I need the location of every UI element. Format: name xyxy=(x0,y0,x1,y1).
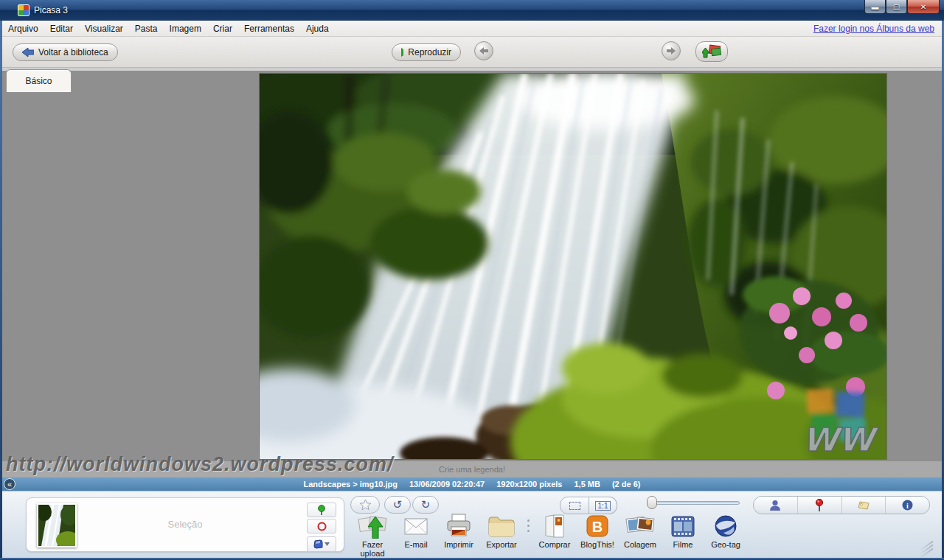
person-icon xyxy=(769,500,781,511)
rotate-left-button[interactable]: ↺ xyxy=(384,496,411,514)
resize-grip[interactable] xyxy=(918,543,934,555)
next-arrow-icon xyxy=(667,47,676,55)
fit-frame-icon xyxy=(569,502,580,510)
film-icon xyxy=(670,514,696,539)
menu-bar: Arquivo Editar Visualizar Pasta Imagem C… xyxy=(2,21,942,37)
tray-view-buttons: i xyxy=(753,496,930,514)
blogger-icon: B xyxy=(585,514,610,539)
places-button[interactable] xyxy=(797,497,841,514)
window-controls: ▬ ▢ ✕ xyxy=(864,0,940,14)
photo-waterfall[interactable]: WW xyxy=(260,74,886,459)
status-datetime: 13/06/2009 02:20:47 xyxy=(409,480,485,489)
next-photo-button[interactable] xyxy=(662,41,681,60)
tab-basico[interactable]: Básico xyxy=(6,69,72,92)
zoom-actual-button[interactable]: 1:1 xyxy=(589,497,617,514)
zoom-slider-thumb[interactable] xyxy=(647,496,657,509)
status-file-path: Landscapes > img10.jpg xyxy=(304,480,398,489)
upload-icon xyxy=(358,514,387,539)
folder-icon xyxy=(487,514,516,539)
action-exportar[interactable]: Exportar xyxy=(480,514,523,549)
play-icon xyxy=(401,48,403,57)
site-watermark: http://worldwindows2.wordpress.com/ xyxy=(6,453,394,476)
menu-imagem[interactable]: Imagem xyxy=(164,24,207,34)
star-button[interactable] xyxy=(350,496,380,514)
action-email[interactable]: E-mail xyxy=(395,514,437,549)
tag-icon xyxy=(857,501,870,510)
zoom-fit-button[interactable] xyxy=(560,497,589,514)
back-arrow-icon xyxy=(22,48,34,57)
actions-separator xyxy=(523,514,533,532)
menu-visualizar[interactable]: Visualizar xyxy=(79,24,129,34)
minimize-button[interactable]: ▬ xyxy=(864,0,886,14)
action-colagem[interactable]: Colagem xyxy=(619,514,662,549)
selection-tray: Seleção xyxy=(26,497,344,552)
star-icon xyxy=(360,500,371,510)
info-button[interactable]: i xyxy=(885,497,929,514)
menu-ferramentas[interactable]: Ferramentas xyxy=(238,24,300,34)
hold-pin-button[interactable] xyxy=(307,503,336,517)
map-pin-icon xyxy=(815,499,824,511)
red-circle-icon xyxy=(317,522,327,531)
photo-viewer-area: WW xyxy=(2,68,942,461)
clear-selection-button[interactable] xyxy=(307,519,336,533)
tags-button[interactable] xyxy=(841,497,886,514)
play-slideshow-button[interactable]: Reproduzir xyxy=(392,43,461,61)
chevron-down-icon xyxy=(324,542,330,546)
maximize-button[interactable]: ▢ xyxy=(886,0,907,14)
zoom-slider[interactable] xyxy=(654,501,740,505)
status-filesize: 1,5 MB xyxy=(574,480,600,489)
action-filme[interactable]: Filme xyxy=(662,514,704,549)
email-icon xyxy=(402,514,430,539)
top-toolbar: Voltar à biblioteca Reproduzir xyxy=(2,37,942,68)
status-bar: Landscapes > img10.jpg 13/06/2009 02:20:… xyxy=(2,477,942,491)
share-actions: Fazer upload E-mail Imprimir xyxy=(350,514,747,558)
info-icon: i xyxy=(902,500,913,511)
selection-label: Seleção xyxy=(27,519,344,530)
menu-pasta[interactable]: Pasta xyxy=(129,24,164,34)
close-button[interactable]: ✕ xyxy=(907,0,940,14)
google-earth-icon xyxy=(713,514,738,539)
title-bar: Picasa 3 xyxy=(0,0,944,21)
menu-editar[interactable]: Editar xyxy=(44,24,79,34)
waterfall-photo-art: WW xyxy=(260,74,886,459)
previous-photo-button[interactable] xyxy=(474,41,493,60)
add-photos-button[interactable] xyxy=(695,41,728,62)
photo-book-icon xyxy=(541,514,568,539)
rotate-right-button[interactable]: ↻ xyxy=(412,496,439,514)
green-pushpin-icon xyxy=(317,505,326,515)
menu-arquivo[interactable]: Arquivo xyxy=(2,24,44,34)
menu-ajuda[interactable]: Ajuda xyxy=(300,24,335,34)
action-blogthis[interactable]: B BlogThis! xyxy=(576,514,619,549)
web-albums-login-link[interactable]: Fazer login nos Álbuns da web xyxy=(813,24,934,34)
picasa-logo-icon xyxy=(18,4,30,16)
svg-text:B: B xyxy=(592,519,603,535)
people-button[interactable] xyxy=(754,497,797,514)
status-dimensions: 1920x1200 pixels xyxy=(496,480,562,489)
collapse-tray-button[interactable]: « xyxy=(4,478,15,490)
menu-criar[interactable]: Criar xyxy=(207,24,238,34)
window-border-left xyxy=(0,21,2,560)
collage-icon xyxy=(625,514,655,539)
status-photo-index: (2 de 6) xyxy=(612,480,641,489)
action-comprar[interactable]: Comprar xyxy=(533,514,576,549)
action-geotag[interactable]: Geo-tag xyxy=(704,514,747,549)
action-imprimir[interactable]: Imprimir xyxy=(437,514,480,549)
previous-arrow-icon xyxy=(479,47,488,55)
back-to-library-button[interactable]: Voltar à biblioteca xyxy=(13,43,118,61)
caption-placeholder[interactable]: Crie uma legenda! xyxy=(439,465,505,474)
svg-text:WW: WW xyxy=(802,421,880,458)
printer-icon xyxy=(445,514,473,539)
album-book-icon xyxy=(313,539,323,549)
add-photos-icon xyxy=(702,44,721,59)
bottom-tray: Seleção ↺ ↻ 1:1 xyxy=(2,491,942,558)
add-to-album-button[interactable] xyxy=(307,536,336,552)
action-fazer-upload[interactable]: Fazer upload xyxy=(350,514,395,558)
svg-text:i: i xyxy=(906,502,909,510)
window-title: Picasa 3 xyxy=(34,5,68,15)
